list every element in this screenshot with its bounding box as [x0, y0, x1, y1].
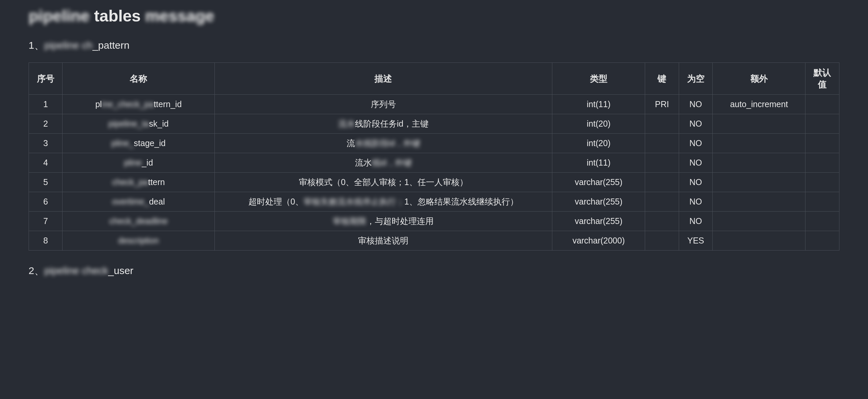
cell-type: varchar(255) [552, 211, 645, 231]
cell-type: int(11) [552, 95, 645, 114]
table-row: 4 pline_id 流水线id，外键 int(11) NO [29, 153, 839, 173]
header-name: 名称 [63, 63, 215, 95]
cell-default [805, 114, 839, 134]
cell-key [645, 114, 679, 134]
cell-type: varchar(255) [552, 192, 645, 211]
schema-table: 序号 名称 描述 类型 键 为空 额外 默认值 1 pline_check_pa… [29, 63, 839, 251]
section1-prefix: 1、 [29, 40, 44, 51]
cell-default [805, 211, 839, 231]
cell-extra [713, 173, 805, 192]
cell-desc: 审核描述说明 [215, 231, 552, 251]
cell-desc: 超时处理（0、审核失败流水线停止执行；1、忽略结果流水线继续执行） [215, 192, 552, 211]
cell-key: PRI [645, 95, 679, 114]
cell-name: pipeline_task_id [63, 114, 215, 134]
header-extra: 额外 [713, 63, 805, 95]
cell-extra [713, 231, 805, 251]
cell-name: check_pattern [63, 173, 215, 192]
cell-key [645, 153, 679, 173]
cell-type: int(20) [552, 134, 645, 153]
cell-null: NO [679, 173, 712, 192]
cell-desc: 流水线阶段id，外键 [215, 134, 552, 153]
cell-seq: 7 [29, 211, 63, 231]
table-row: 6 overtime_deal 超时处理（0、审核失败流水线停止执行；1、忽略结… [29, 192, 839, 211]
cell-default [805, 192, 839, 211]
cell-key [645, 173, 679, 192]
cell-extra [713, 211, 805, 231]
cell-name: description [63, 231, 215, 251]
header-seq: 序号 [29, 63, 63, 95]
cell-seq: 8 [29, 231, 63, 251]
section2-heading: 2、pipeline check_user [29, 264, 839, 278]
cell-null: NO [679, 153, 712, 173]
title-prefix: pipeline [29, 7, 89, 25]
cell-null: NO [679, 95, 712, 114]
cell-null: NO [679, 114, 712, 134]
cell-type: varchar(2000) [552, 231, 645, 251]
cell-name: pline_check_pattern_id [63, 95, 215, 114]
section1-blur: pipeline ch [44, 40, 92, 51]
cell-name: overtime_deal [63, 192, 215, 211]
cell-key [645, 134, 679, 153]
cell-type: int(11) [552, 153, 645, 173]
cell-name: check_deadline [63, 211, 215, 231]
section1-heading: 1、pipeline ch_pattern [29, 39, 839, 53]
cell-seq: 3 [29, 134, 63, 153]
cell-desc: 审核期限，与超时处理连用 [215, 211, 552, 231]
cell-seq: 6 [29, 192, 63, 211]
cell-extra [713, 114, 805, 134]
table-row: 3 pline_stage_id 流水线阶段id，外键 int(20) NO [29, 134, 839, 153]
cell-extra: auto_increment [713, 95, 805, 114]
cell-type: varchar(255) [552, 173, 645, 192]
cell-key [645, 211, 679, 231]
header-default: 默认值 [805, 63, 839, 95]
table-header-row: 序号 名称 描述 类型 键 为空 额外 默认值 [29, 63, 839, 95]
cell-default [805, 173, 839, 192]
header-key: 键 [645, 63, 679, 95]
cell-default [805, 95, 839, 114]
cell-key [645, 231, 679, 251]
cell-extra [713, 134, 805, 153]
section2-suffix: _user [108, 265, 133, 276]
page-title: pipeline tables message [29, 7, 839, 25]
title-middle: tables [89, 7, 145, 25]
cell-null: NO [679, 192, 712, 211]
table-row: 7 check_deadline 审核期限，与超时处理连用 varchar(25… [29, 211, 839, 231]
cell-extra [713, 153, 805, 173]
cell-key [645, 192, 679, 211]
cell-null: NO [679, 134, 712, 153]
table-row: 8 description 审核描述说明 varchar(2000) YES [29, 231, 839, 251]
header-null: 为空 [679, 63, 712, 95]
cell-seq: 2 [29, 114, 63, 134]
cell-null: NO [679, 211, 712, 231]
section2-prefix: 2、 [29, 265, 44, 276]
cell-default [805, 134, 839, 153]
cell-name: pline_stage_id [63, 134, 215, 153]
table-body: 1 pline_check_pattern_id 序列号 int(11) PRI… [29, 95, 839, 251]
title-suffix: message [145, 7, 214, 25]
cell-name: pline_id [63, 153, 215, 173]
cell-default [805, 231, 839, 251]
cell-seq: 5 [29, 173, 63, 192]
header-desc: 描述 [215, 63, 552, 95]
cell-null: YES [679, 231, 712, 251]
table-row: 1 pline_check_pattern_id 序列号 int(11) PRI… [29, 95, 839, 114]
cell-default [805, 153, 839, 173]
cell-desc: 序列号 [215, 95, 552, 114]
table-row: 2 pipeline_task_id 流水线阶段任务id，主键 int(20) … [29, 114, 839, 134]
section2-blur: pipeline check [44, 265, 108, 276]
section1-suffix: _pattern [92, 40, 129, 51]
header-type: 类型 [552, 63, 645, 95]
cell-type: int(20) [552, 114, 645, 134]
cell-desc: 流水线阶段任务id，主键 [215, 114, 552, 134]
cell-seq: 1 [29, 95, 63, 114]
cell-extra [713, 192, 805, 211]
cell-desc: 流水线id，外键 [215, 153, 552, 173]
table-row: 5 check_pattern 审核模式（0、全部人审核；1、任一人审核） va… [29, 173, 839, 192]
cell-seq: 4 [29, 153, 63, 173]
cell-desc: 审核模式（0、全部人审核；1、任一人审核） [215, 173, 552, 192]
